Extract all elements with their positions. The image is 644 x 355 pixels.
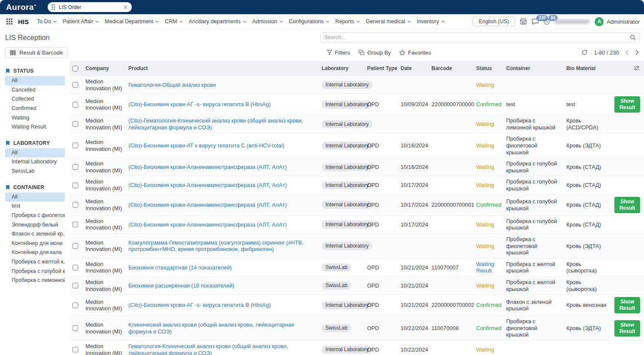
search-box[interactable] [320, 32, 640, 43]
table-row[interactable]: Medion Innovation (MI) (Cito)-Биохимия к… [70, 133, 644, 158]
nav-menu-item[interactable]: Admission [249, 16, 286, 27]
column-header-date[interactable]: Date [398, 61, 429, 76]
sidebar-filter-item[interactable]: Флакон с зеленой кр... [5, 230, 65, 239]
nav-menu-item[interactable]: CRM [162, 16, 186, 27]
tab-close-icon[interactable] [124, 5, 128, 9]
product-link[interactable]: Клинический анализ крови (общий анализ к… [128, 321, 294, 335]
row-checkbox[interactable] [73, 243, 78, 249]
row-checkbox[interactable] [73, 121, 78, 127]
open-tab-lis-order[interactable]: LIS Order [48, 2, 132, 12]
user-menu[interactable]: A Administrator [595, 17, 640, 26]
column-header-barcode[interactable]: Barcode [429, 61, 474, 76]
table-row[interactable]: Medion Innovation (MI) (Cito)-Гематологи… [70, 115, 644, 133]
sidebar-filter-item[interactable]: Пробирка с желтой к... [5, 257, 65, 267]
table-row[interactable]: Medion Innovation (MI) (Cito)-Биохимия к… [70, 158, 644, 176]
sidebar-filter-item[interactable]: Collected [5, 95, 65, 104]
language-selector[interactable]: English (US) [472, 17, 515, 26]
nav-menu-item[interactable]: Reports [332, 16, 363, 27]
sidebar-filter-item[interactable]: Контейнер для мочи [5, 239, 65, 248]
favorites-button[interactable]: Favorites [398, 48, 432, 58]
sidebar-filter-item[interactable]: Internal Laboratory [5, 157, 65, 167]
product-link[interactable]: (Cito)-Биохимия крови-Аланинаминотрансфе… [128, 164, 287, 170]
table-row[interactable]: Medion Innovation (MI) Клинический анали… [70, 316, 644, 341]
row-checkbox[interactable] [73, 102, 78, 107]
show-result-button[interactable]: Show Result [614, 197, 640, 213]
result-barcode-button[interactable]: Result & Barcode [5, 47, 67, 58]
product-link[interactable]: (Cito)-Биохимия крови-Аланинаминотрансфе… [128, 202, 287, 208]
nav-menu-item[interactable]: Patient Affair [60, 16, 102, 27]
group-by-button[interactable]: Group By [357, 48, 392, 58]
table-row[interactable]: Medion Innovation (MI) Коагулограмма-Гем… [70, 233, 644, 258]
row-checkbox[interactable] [73, 222, 78, 227]
sidebar-filter-item[interactable]: Эппендорф белый [5, 220, 65, 230]
aurora-logo[interactable]: Aurora+ [6, 3, 36, 12]
sidebar-filter-item[interactable]: All [5, 193, 65, 202]
table-row[interactable]: Medion Innovation (MI) Гематология-Клини… [70, 341, 644, 355]
table-row[interactable]: Medion Innovation (MI) Биохимия расширен… [70, 276, 644, 294]
column-header-laboratory[interactable]: Laboratory [319, 61, 365, 76]
product-link[interactable]: Гематология-Клинический анализ крови (об… [128, 343, 288, 355]
optional-columns-sliders-icon[interactable] [633, 65, 640, 71]
product-link[interactable]: (Cito)-Биохимия крови-Аланинаминотрансфе… [128, 221, 287, 228]
sidebar-filter-item[interactable]: Пробирка с фиолетов... [5, 211, 65, 220]
table-row[interactable]: Medion Innovation (MI) Биохимия стандарт… [70, 258, 644, 276]
sidebar-filter-item[interactable]: Waiting Result [5, 122, 65, 132]
nav-menu-item[interactable]: Configurations [286, 16, 332, 27]
product-link[interactable]: (Cito)-Биохимия крови-АТ к вирусу гепати… [128, 142, 284, 149]
column-header-patient-type[interactable]: Patient Type [365, 61, 398, 76]
table-row[interactable]: Medion Innovation (MI) (Cito)-Биохимия к… [70, 194, 644, 215]
apps-grid-icon[interactable] [4, 16, 15, 27]
sidebar-filter-item[interactable]: Confirmed [5, 104, 65, 113]
table-row[interactable]: Medion Innovation (MI) (Cito)-Биохимия к… [70, 94, 644, 115]
column-header-bio-material[interactable]: Bio Material [564, 61, 612, 76]
pager-next-icon[interactable] [635, 49, 640, 56]
nav-menu-item[interactable]: General medical [363, 16, 414, 27]
sidebar-filter-item[interactable]: SwissLab [5, 167, 65, 176]
search-input[interactable] [324, 34, 626, 40]
show-result-button[interactable]: Show Result [614, 297, 640, 313]
filters-button[interactable]: Filters [325, 48, 352, 58]
row-checkbox[interactable] [73, 325, 78, 331]
table-row[interactable]: Medion Innovation (MI) (Cito)-Биохимия к… [70, 215, 644, 233]
search-icon[interactable] [630, 34, 636, 40]
row-checkbox[interactable] [73, 183, 78, 188]
row-checkbox[interactable] [73, 143, 78, 148]
product-link[interactable]: (Cito)-Биохимия крови-АГ -s- вируса гепа… [128, 302, 271, 308]
row-checkbox[interactable] [73, 82, 78, 88]
sidebar-filter-item[interactable]: Пробирка с голубой к... [5, 267, 65, 276]
row-checkbox[interactable] [73, 347, 78, 352]
sidebar-filter-item[interactable]: Waiting [5, 113, 65, 123]
sidebar-filter-item[interactable]: Пробирка с лимонной... [5, 276, 65, 285]
row-checkbox[interactable] [73, 164, 78, 170]
nav-menu-item[interactable]: Inventory [414, 16, 448, 27]
product-link[interactable]: (Cito)-Биохимия крови-Аланинаминотрансфе… [128, 182, 287, 188]
activities-clock-icon[interactable]: 84 [544, 18, 550, 25]
sidebar-filter-item[interactable]: All [5, 148, 65, 158]
column-header-company[interactable]: Company [83, 61, 126, 76]
row-checkbox[interactable] [73, 303, 78, 308]
row-checkbox[interactable] [73, 283, 78, 288]
sidebar-filter-item[interactable]: All [5, 76, 65, 86]
column-header-status[interactable]: Status [474, 61, 504, 76]
column-header-product[interactable]: Product [126, 61, 319, 76]
product-link[interactable]: (Cito)-Биохимия крови-АГ -s- вируса гепа… [128, 101, 271, 107]
table-row[interactable]: Medion Innovation (MI) Гематология-Общий… [70, 76, 644, 94]
storefront-icon[interactable] [520, 18, 527, 24]
product-link[interactable]: Биохимия расширенная (18 показателей) [128, 282, 234, 289]
row-checkbox[interactable] [73, 202, 78, 208]
nav-menu-item[interactable]: Ancillary departments [186, 16, 249, 27]
refresh-icon[interactable] [580, 49, 589, 56]
sidebar-filter-item[interactable]: test [5, 202, 65, 211]
product-link[interactable]: Коагулограмма-Гемостазиограмма (коагулог… [128, 239, 304, 253]
row-checkbox[interactable] [73, 265, 78, 270]
drag-handle-icon[interactable] [52, 4, 55, 10]
column-header-container[interactable]: Container [504, 61, 564, 76]
sidebar-filter-item[interactable]: Cancelled [5, 86, 65, 95]
show-result-button[interactable]: Show Result [614, 96, 640, 113]
table-row[interactable]: Medion Innovation (MI) (Cito)-Биохимия к… [70, 295, 644, 316]
pager-prev-icon[interactable] [624, 49, 629, 56]
product-link[interactable]: Биохимия стандартная (14 показателей) [128, 264, 232, 271]
product-link[interactable]: Гематология-Общий анализ крови [128, 82, 216, 88]
app-brand-his[interactable]: HIS [18, 18, 29, 25]
show-result-button[interactable]: Show Result [614, 320, 640, 337]
